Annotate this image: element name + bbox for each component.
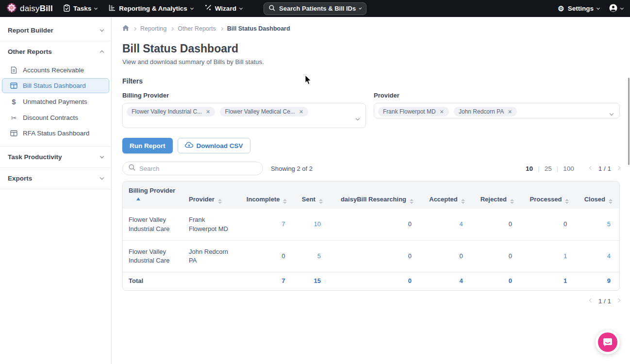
provider-label: Provider [374, 92, 620, 99]
chat-launcher-button[interactable] [596, 330, 620, 354]
other-reports-items: Accounts Receivable Bill Status Dashboar… [0, 63, 111, 146]
cell-researching: 0 [408, 252, 412, 260]
cell-incomplete-link[interactable]: 7 [282, 220, 285, 228]
chevron-down-icon[interactable] [356, 113, 359, 122]
total-accepted[interactable]: 4 [460, 277, 463, 284]
menu-settings[interactable]: ⚙ Settings [558, 5, 599, 12]
chevron-up-icon [100, 50, 104, 54]
next-page-icon[interactable] [616, 165, 620, 169]
total-closed[interactable]: 9 [607, 277, 611, 284]
column-provider[interactable]: Provider [183, 182, 237, 209]
cell-processed: 0 [564, 220, 567, 228]
chevron-down-icon [100, 28, 104, 32]
column-billing-provider[interactable]: Billing Provider [123, 182, 183, 209]
pagination-bottom: 1 / 1 [590, 298, 620, 305]
chevron-down-icon [100, 154, 104, 158]
cell-researching: 0 [408, 220, 412, 228]
chevron-down-icon [359, 6, 362, 9]
column-rejected[interactable]: Rejected [472, 182, 521, 209]
page-size-10[interactable]: 10 [526, 165, 533, 172]
sidebar-section-other-reports[interactable]: Other Reports [0, 41, 111, 62]
page-size-separator: | [538, 165, 540, 172]
menu-tasks[interactable]: Tasks [64, 4, 97, 13]
billing-provider-label: Billing Provider [122, 92, 366, 99]
page-size-selector: 10 | 25 | 100 1 / 1 [526, 165, 620, 172]
home-icon[interactable] [122, 25, 129, 33]
prev-page-icon[interactable] [589, 298, 593, 302]
account-menu[interactable] [609, 4, 623, 14]
cell-rejected: 0 [509, 252, 512, 260]
sidebar-section-task-productivity[interactable]: Task Productivity [0, 147, 111, 168]
daisybill-logo[interactable]: daisyBill [7, 3, 53, 15]
sidebar-item-rfa-status-dashboard[interactable]: RFA Status Dashboard [2, 126, 109, 141]
wand-icon [205, 4, 212, 13]
total-researching[interactable]: 0 [408, 277, 412, 284]
cell-sent-link[interactable]: 5 [317, 252, 321, 260]
scrollbar-thumb[interactable] [628, 78, 630, 165]
column-processed[interactable]: Processed [521, 182, 576, 209]
column-daisybill-researching[interactable]: daisyBill Researching [330, 182, 420, 209]
cell-accepted-link[interactable]: 4 [460, 220, 463, 228]
sidebar-item-bill-status-dashboard[interactable]: Bill Status Dashboard [2, 78, 109, 93]
menu-wizard[interactable]: Wizard [205, 4, 242, 13]
cell-processed-link[interactable]: 1 [564, 252, 567, 260]
chevron-down-icon[interactable] [610, 108, 613, 117]
chevron-down-icon [620, 6, 624, 9]
menu-reporting-analytics[interactable]: Reporting & Analytics [109, 4, 193, 13]
nav-right-group: ⚙ Settings [558, 4, 623, 14]
total-rejected[interactable]: 0 [509, 277, 512, 284]
sidebar-item-label: RFA Status Dashboard [23, 130, 89, 137]
section-label: Exports [8, 175, 32, 182]
breadcrumb-reporting[interactable]: Reporting [140, 25, 166, 32]
close-icon[interactable]: ✕ [299, 109, 303, 115]
sidebar-item-unmatched-payments[interactable]: $ Unmatched Payments [2, 94, 109, 110]
sidebar-section-report-builder[interactable]: Report Builder [0, 20, 111, 41]
sidebar-item-accounts-receivable[interactable]: Accounts Receivable [2, 63, 109, 78]
chip-label: Flower Valley Industrial C... [132, 108, 202, 115]
pagination-top: 1 / 1 [590, 165, 620, 172]
table-search[interactable] [122, 162, 263, 175]
chevron-down-icon [239, 6, 243, 9]
total-label: Total [123, 272, 183, 291]
column-incomplete[interactable]: Incomplete [237, 182, 294, 209]
close-icon[interactable]: ✕ [440, 109, 444, 115]
breadcrumb-other-reports[interactable]: Other Reports [178, 25, 216, 32]
prev-page-icon[interactable] [589, 165, 593, 169]
column-accepted[interactable]: Accepted [420, 182, 472, 209]
total-incomplete[interactable]: 7 [282, 277, 285, 284]
global-search[interactable]: Search Patients & Bill IDs [264, 2, 366, 15]
sidebar-item-discount-contracts[interactable]: ✂ Discount Contracts [2, 110, 109, 125]
cell-closed-link[interactable]: 5 [607, 220, 611, 228]
sort-icon [319, 199, 323, 204]
chip-label: Frank Flowerpot MD [383, 108, 436, 115]
sidebar-section-exports[interactable]: Exports [0, 168, 111, 189]
provider-select[interactable]: Frank Flowerpot MD ✕ John Redcorn PA ✕ [374, 103, 620, 118]
cell-closed-link[interactable]: 4 [607, 252, 611, 260]
total-processed[interactable]: 1 [564, 277, 567, 284]
section-label: Other Reports [8, 48, 52, 55]
page-size-100[interactable]: 100 [563, 165, 574, 172]
breadcrumb-separator [133, 27, 136, 30]
sort-icon [510, 199, 514, 204]
sort-icon [461, 199, 465, 204]
showing-count: Showing 2 of 2 [271, 165, 313, 172]
total-sent[interactable]: 15 [314, 277, 320, 284]
close-icon[interactable]: ✕ [206, 109, 210, 115]
run-report-button[interactable]: Run Report [122, 138, 173, 153]
column-closed[interactable]: Closed [576, 182, 619, 209]
search-icon [269, 4, 275, 13]
sort-icon [565, 199, 569, 204]
billing-provider-select[interactable]: Flower Valley Industrial C... ✕ Flower V… [122, 103, 366, 128]
menu-reporting-label: Reporting & Analytics [119, 5, 187, 12]
page-subtitle: View and download summary of Bills by Bi… [122, 58, 620, 66]
table-search-input[interactable] [139, 165, 257, 172]
next-page-icon[interactable] [616, 298, 620, 302]
filter-chip: John Redcorn PA ✕ [454, 107, 517, 116]
sidebar-item-label: Unmatched Payments [23, 98, 87, 105]
close-icon[interactable]: ✕ [508, 109, 512, 115]
column-sent[interactable]: Sent [294, 182, 329, 209]
cell-sent-link[interactable]: 10 [314, 220, 320, 228]
dollar-icon: $ [10, 98, 18, 106]
page-size-25[interactable]: 25 [545, 165, 552, 172]
download-csv-button[interactable]: Download CSV [178, 138, 250, 153]
